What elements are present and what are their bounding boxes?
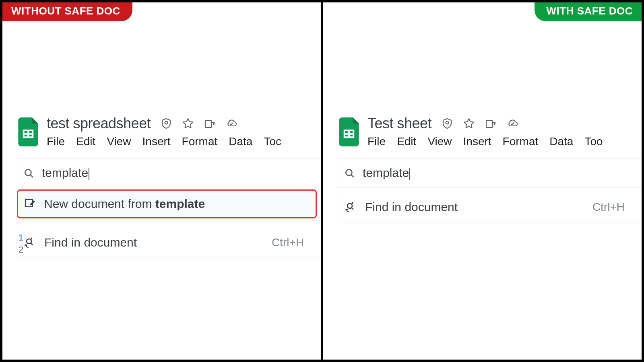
search-icon bbox=[23, 168, 34, 178]
search-icon bbox=[344, 168, 355, 178]
privacy-icon[interactable] bbox=[441, 117, 453, 130]
search-text: template bbox=[42, 166, 89, 180]
menubar: File Edit View Insert Format Data Toc bbox=[47, 135, 281, 148]
row-numbers: 12 bbox=[17, 230, 25, 257]
pencil-box-icon bbox=[24, 198, 36, 210]
move-icon[interactable] bbox=[485, 117, 497, 130]
sheets-icon bbox=[338, 117, 360, 146]
move-icon[interactable] bbox=[204, 117, 216, 130]
menu-file[interactable]: File bbox=[367, 135, 386, 148]
document-title[interactable]: test spreadsheet bbox=[47, 115, 151, 132]
search-text: template bbox=[363, 166, 410, 180]
result-label: New document from template bbox=[44, 197, 205, 211]
menu-format[interactable]: Format bbox=[182, 135, 218, 148]
shortcut-label: Ctrl+H bbox=[272, 236, 314, 249]
menubar: File Edit View Insert Format Data Too bbox=[367, 135, 603, 148]
help-search-box[interactable]: template bbox=[338, 159, 642, 187]
spreadsheet-app-left: test spreadsheet File Edit View Insert F… bbox=[17, 115, 321, 257]
sheets-icon bbox=[17, 117, 39, 146]
pane-with-safe-doc: WITH SAFE DOC Test sheet File Edit View … bbox=[323, 2, 642, 360]
menu-edit[interactable]: Edit bbox=[397, 135, 416, 148]
pane-without-safe-doc: WITHOUT SAFE DOC test spreadsheet File E… bbox=[2, 2, 321, 360]
menu-tools[interactable]: Toc bbox=[264, 135, 281, 148]
menu-data[interactable]: Data bbox=[229, 135, 252, 148]
badge-without: WITHOUT SAFE DOC bbox=[2, 2, 132, 21]
shortcut-label: Ctrl+H bbox=[592, 201, 634, 214]
menu-tools[interactable]: Too bbox=[584, 135, 603, 148]
result-find-in-document[interactable]: Find in document Ctrl+H bbox=[338, 192, 642, 222]
menu-format[interactable]: Format bbox=[503, 135, 539, 148]
title-row: Test sheet bbox=[367, 115, 603, 132]
menu-insert[interactable]: Insert bbox=[142, 135, 171, 148]
menu-edit[interactable]: Edit bbox=[76, 135, 95, 148]
result-find-in-document[interactable]: Find in document Ctrl+H bbox=[17, 228, 321, 257]
title-row: test spreadsheet bbox=[47, 115, 281, 132]
document-title[interactable]: Test sheet bbox=[367, 115, 431, 132]
help-search-panel: template New document from template Find… bbox=[17, 158, 321, 257]
menu-view[interactable]: View bbox=[427, 135, 452, 148]
cloud-status-icon[interactable] bbox=[506, 117, 518, 130]
star-icon[interactable] bbox=[463, 117, 475, 130]
help-search-panel: template Find in document Ctrl+H bbox=[338, 158, 642, 222]
badge-with: WITH SAFE DOC bbox=[535, 2, 642, 21]
privacy-icon[interactable] bbox=[160, 117, 172, 130]
menu-file[interactable]: File bbox=[47, 135, 65, 148]
result-label: Find in document bbox=[365, 200, 458, 214]
help-search-box[interactable]: template bbox=[17, 159, 321, 187]
result-label: Find in document bbox=[44, 236, 137, 249]
titlebar: test spreadsheet File Edit View Insert F… bbox=[17, 115, 321, 148]
menu-data[interactable]: Data bbox=[549, 135, 573, 148]
spreadsheet-app-right: Test sheet File Edit View Insert Format … bbox=[338, 115, 642, 222]
menu-view[interactable]: View bbox=[107, 135, 131, 148]
star-icon[interactable] bbox=[182, 117, 194, 130]
find-replace-icon bbox=[345, 201, 357, 213]
result-new-from-template[interactable]: New document from template bbox=[17, 189, 317, 218]
cloud-status-icon[interactable] bbox=[225, 117, 237, 130]
menu-insert[interactable]: Insert bbox=[463, 135, 491, 148]
titlebar: Test sheet File Edit View Insert Format … bbox=[338, 115, 642, 148]
find-replace-icon bbox=[24, 237, 36, 249]
